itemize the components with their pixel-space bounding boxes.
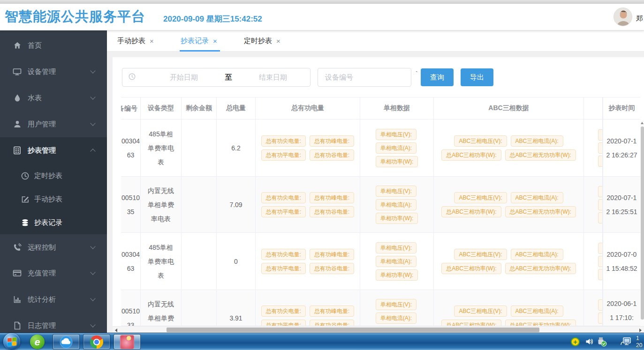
windows-start-icon[interactable] xyxy=(3,333,20,350)
single-phase-tags: 单相电压(V): 单相电流(A): 单相功率(W): xyxy=(376,186,418,224)
tag: ABC三相电流(A): xyxy=(511,249,563,260)
tab-scheduled-reading[interactable]: 定时抄表 × xyxy=(244,30,280,52)
sidebar-item-remote-control[interactable]: 远程控制 xyxy=(0,234,107,261)
horizontal-scrollbar-thumb[interactable] xyxy=(167,328,539,332)
monitor-icon xyxy=(13,67,22,76)
droplet-icon xyxy=(13,94,22,103)
search-button[interactable]: 查询 xyxy=(421,68,454,86)
photo-app-button[interactable] xyxy=(114,334,141,350)
content-area: 开始日期 至 结束日期 设备编号 ` 查询 导出 备编号 设备类型 剩余金额 总… xyxy=(107,52,644,333)
chevron-up-icon xyxy=(90,149,95,154)
network-icon[interactable] xyxy=(620,337,631,346)
tab-reading-records[interactable]: 抄表记录 × xyxy=(181,30,217,52)
sidebar-item-reading-records[interactable]: 抄表记录 xyxy=(0,211,107,234)
sidebar-item-statistics[interactable]: 统计分析 xyxy=(0,286,107,313)
sidebar-item-scheduled-reading[interactable]: 定时抄表 xyxy=(0,164,107,187)
card-icon xyxy=(13,269,22,278)
tag: 总ABC三相功率(W): xyxy=(441,149,501,161)
start-date-input[interactable]: 开始日期 xyxy=(150,73,218,82)
chevron-down-icon xyxy=(90,244,95,249)
sidebar-item-home[interactable]: 首页 xyxy=(0,32,107,59)
cell-device-id: 0051035 xyxy=(121,191,140,219)
cell-total-energy: 6.2 xyxy=(231,144,240,152)
close-icon[interactable]: × xyxy=(150,37,154,45)
scroll-right-icon[interactable] xyxy=(639,328,642,332)
horizontal-scrollbar[interactable] xyxy=(113,326,644,333)
edit-icon xyxy=(21,195,29,203)
export-button[interactable]: 导出 xyxy=(461,68,493,86)
tag: 总有功平电量: xyxy=(261,206,306,217)
qq-browser-button[interactable] xyxy=(53,334,80,350)
tag: 总ABC三相无功功率(W): xyxy=(505,263,576,274)
cell-device-type: 485单相单费率电表 xyxy=(146,127,176,169)
sidebar-item-manual-reading[interactable]: 手动抄表 xyxy=(0,187,107,211)
close-icon[interactable]: × xyxy=(276,37,280,45)
col-single-phase: 单相数据 xyxy=(360,97,434,119)
cell-device-id: 0030463 xyxy=(121,247,140,276)
clipped-tags xyxy=(598,243,602,280)
browser-360-icon[interactable]: e xyxy=(30,335,45,349)
usb-icon[interactable] xyxy=(597,337,607,347)
sidebar-item-meter-reading-mgmt[interactable]: 抄表管理 xyxy=(0,137,107,164)
table-row: 0051035 内置无线单相单费率电表 7.09 总有功尖电量:总有功峰电量: … xyxy=(121,177,603,233)
tag: 总有功平电量: xyxy=(261,320,306,326)
sidebar-item-recharge-mgmt[interactable]: 充值管理 xyxy=(0,260,107,286)
clipped-tags xyxy=(598,129,602,167)
tag: 总有功谷电量: xyxy=(310,263,354,274)
tag: 总有功谷电量: xyxy=(310,149,354,161)
clipped-tags xyxy=(598,299,602,326)
single-phase-tags: 单相电压(V): 单相电流(A): 单相功率(W): xyxy=(376,242,418,281)
col-balance: 剩余金额 xyxy=(182,97,217,119)
stray-backtick: ` xyxy=(416,70,418,78)
scroll-left-icon[interactable] xyxy=(115,328,117,332)
sidebar-item-user-mgmt[interactable]: 用户管理 xyxy=(0,111,107,137)
browser-top-strip xyxy=(0,0,644,4)
app-header: 智慧能源公共服务平台 2020-09-09 星期三15:42:52 郑 xyxy=(0,4,644,30)
tag: ABC三相电流(A): xyxy=(511,135,563,147)
scroll-up-icon[interactable] xyxy=(641,122,644,124)
date-range-picker[interactable]: 开始日期 至 结束日期 xyxy=(122,68,311,87)
device-id-input[interactable]: 设备编号 xyxy=(318,68,411,87)
user-name[interactable]: 郑 xyxy=(636,14,643,23)
col-active-energy: 总有功电量 xyxy=(256,97,360,119)
chevron-down-icon xyxy=(90,120,95,126)
tab-bar: 手动抄表 × 抄表记录 × 定时抄表 × xyxy=(107,30,644,52)
taskbar: e + 1 20 xyxy=(0,333,644,350)
safety-360-tray-icon[interactable]: + xyxy=(571,337,580,346)
phone-icon xyxy=(13,243,22,252)
tray-clock[interactable]: 1 20 xyxy=(636,335,644,349)
tag: ABC三相电压(V): xyxy=(454,305,507,317)
sidebar-item-water-meter[interactable]: 水表 xyxy=(0,85,107,111)
tag: 总有功峰电量: xyxy=(310,135,354,147)
table-row: 0030463 485单相单费率电表 0 总有功尖电量:总有功峰电量: 总有功平… xyxy=(121,233,603,290)
page-title: 智慧能源公共服务平台 xyxy=(5,7,145,26)
tag: 单相电流(A): xyxy=(376,256,417,267)
tag: 单相电压(V): xyxy=(376,299,417,310)
clipped-tags xyxy=(598,186,602,223)
vertical-scrollbar[interactable] xyxy=(640,121,644,326)
chrome-button[interactable] xyxy=(83,334,110,350)
cell-device-type: 内置无线单相单费率电表 xyxy=(146,184,176,226)
cell-total-energy: 7.09 xyxy=(229,201,242,209)
chevron-down-icon xyxy=(90,269,95,275)
sidebar-item-device-mgmt[interactable]: 设备管理 xyxy=(0,59,107,85)
content-panel: 开始日期 至 结束日期 设备编号 ` 查询 导出 备编号 设备类型 剩余金额 总… xyxy=(113,57,644,333)
tab-manual-reading[interactable]: 手动抄表 × xyxy=(117,30,154,52)
tag: 单相电压(V): xyxy=(376,242,417,253)
table-header-row: 备编号 设备类型 剩余金额 总电量 总有功电量 单相数据 ABC三相数据 xyxy=(121,97,603,119)
cell-device-id: 0030463 xyxy=(121,134,140,162)
tag: 单相电流(A): xyxy=(376,142,417,154)
col-device-type: 设备类型 xyxy=(141,97,182,119)
active-energy-tags: 总有功尖电量:总有功峰电量: 总有功平电量:总有功谷电量: xyxy=(261,135,355,161)
database-icon xyxy=(21,219,29,227)
close-icon[interactable]: × xyxy=(213,37,217,45)
tag: 总有功尖电量: xyxy=(261,192,306,203)
speaker-icon[interactable] xyxy=(585,338,594,345)
avatar[interactable] xyxy=(614,7,632,26)
user-icon xyxy=(13,120,22,129)
end-date-input[interactable]: 结束日期 xyxy=(239,73,307,82)
tag: ABC三相电流(A): xyxy=(511,305,563,317)
range-separator: 至 xyxy=(218,73,239,82)
vertical-scrollbar-thumb[interactable] xyxy=(641,127,644,320)
barchart-icon xyxy=(13,295,22,304)
